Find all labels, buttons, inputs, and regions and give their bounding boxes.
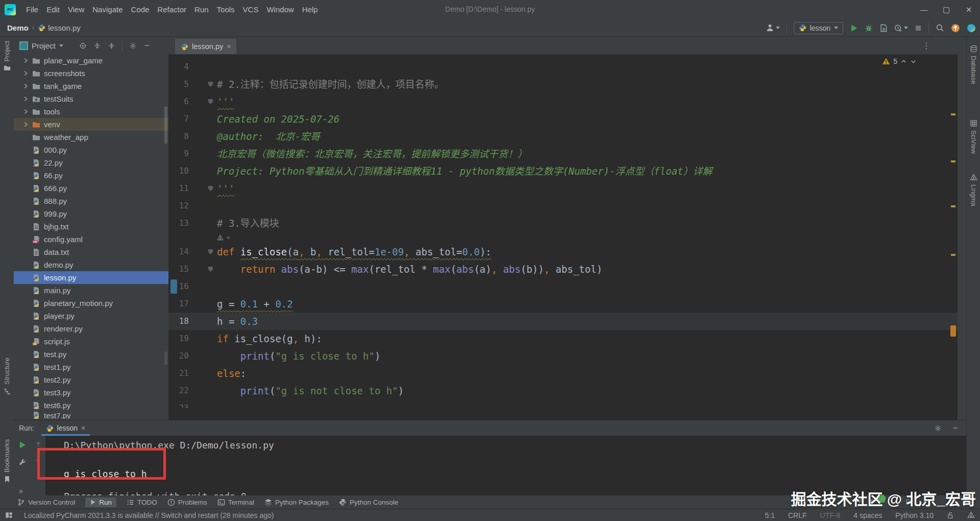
menu-item-run[interactable]: Run (190, 0, 213, 19)
gutter[interactable]: 13 (168, 215, 217, 232)
prev-problem-icon[interactable] (900, 58, 907, 65)
tree-item-666-py[interactable]: 666.py (14, 182, 168, 195)
status-widget-utf-8[interactable]: UTF-8 (820, 511, 841, 519)
run-tab-lesson[interactable]: lesson × (41, 420, 90, 436)
tree-item-tank-game[interactable]: tank_game (14, 80, 168, 92)
toolwindow-button-problems[interactable]: Problems (167, 499, 207, 506)
gutter[interactable]: 7 (168, 110, 217, 128)
tree-item-bjhg-txt[interactable]: bjhg.txt (14, 220, 168, 233)
run-button[interactable] (850, 24, 858, 32)
lingma-assistant-icon[interactable] (967, 23, 976, 33)
chevron-right-icon[interactable] (23, 96, 29, 102)
gutter[interactable]: 16 (168, 278, 217, 295)
code-line-12[interactable]: 12 (168, 197, 958, 215)
ai-codelens-inlay[interactable] (168, 232, 958, 243)
code-line-20[interactable]: 20 print("g is close to h") (168, 347, 958, 365)
menu-item-view[interactable]: View (64, 0, 88, 19)
toolwindow-button-structure[interactable]: Structure (0, 358, 14, 395)
toolwindow-button-todo[interactable]: TODO (127, 499, 157, 506)
tree-item-test3-py[interactable]: test3.py (14, 386, 168, 399)
code-line-13[interactable]: 13# 3.导入模块 (168, 215, 958, 232)
project-panel-title[interactable]: Project (32, 41, 56, 50)
gutter[interactable]: 17 (168, 295, 217, 313)
tree-item-player-py[interactable]: player.py (14, 310, 168, 322)
stripe-warning-mark[interactable] (951, 113, 955, 115)
code-line-14[interactable]: 14def is_close(a, b, rel_tol=1e-09, abs_… (168, 243, 958, 260)
locate-file-button[interactable] (79, 42, 87, 50)
run-settings-icon[interactable] (934, 424, 942, 432)
lingma-status-icon[interactable] (967, 511, 975, 519)
code-line-9[interactable]: 9北京宏哥（微信搜索：北京宏哥，关注宏哥，提前解锁更多测试干货！） (168, 145, 958, 162)
toolwindow-button-project[interactable]: Project (0, 41, 14, 72)
tree-item-test2-py[interactable]: test2.py (14, 373, 168, 386)
gutter[interactable]: 6 (168, 93, 217, 110)
tree-item-test-py[interactable]: test.py (14, 348, 168, 361)
minimize-button[interactable]: — (913, 0, 935, 19)
fold-marker-icon[interactable] (208, 249, 213, 254)
code-line-21[interactable]: 21else: (168, 365, 958, 382)
tree-item-screenshots[interactable]: screenshots (14, 67, 168, 80)
breadcrumb-project[interactable]: Demo (7, 23, 29, 32)
menu-item-code[interactable]: Code (127, 0, 153, 19)
fold-marker-icon[interactable] (208, 82, 213, 87)
code-line-18[interactable]: 18h = 0.3 (168, 313, 958, 330)
code-line-4[interactable]: 4 (168, 58, 958, 76)
toolwindow-button-database[interactable]: Database (967, 45, 980, 84)
code-line-6[interactable]: 6''' (168, 93, 958, 110)
gutter[interactable]: 4 (168, 58, 217, 76)
status-widget-5-1[interactable]: 5:1 (765, 511, 775, 519)
status-widget-4-spaces[interactable]: 4 spaces (853, 511, 882, 519)
menu-item-tools[interactable]: Tools (213, 0, 239, 19)
tab-lesson-py[interactable]: lesson.py × (175, 39, 236, 54)
toolwindow-button-python-packages[interactable]: Python Packages (264, 499, 329, 506)
lock-open-icon[interactable] (947, 512, 954, 519)
tree-item-test1-py[interactable]: test1.py (14, 361, 168, 373)
toolwindow-button-terminal[interactable]: Terminal (217, 499, 254, 506)
run-configuration-select[interactable]: lesson (794, 22, 843, 34)
gutter[interactable]: 10 (168, 162, 217, 180)
toolwindow-button-bookmarks[interactable]: Bookmarks (0, 439, 14, 483)
close-button[interactable]: × (958, 0, 980, 19)
code-line-19[interactable]: 19if is_close(g, h): (168, 330, 958, 347)
tree-item-test6-py[interactable]: test6.py (14, 399, 168, 412)
collapse-all-button[interactable] (108, 42, 115, 50)
tree-item-renderer-py[interactable]: renderer.py (14, 322, 168, 335)
tree-item-demo-py[interactable]: demo.py (14, 258, 168, 271)
menu-item-navigate[interactable]: Navigate (88, 0, 127, 19)
toolwindow-button-sciview[interactable]: SciView (967, 120, 980, 154)
menu-item-window[interactable]: Window (262, 0, 298, 19)
hide-panel-button[interactable] (143, 42, 151, 49)
code-line-8[interactable]: 8@author: 北京-宏哥 (168, 128, 958, 145)
project-view-dropdown[interactable] (59, 44, 63, 47)
rerun-button[interactable] (18, 441, 27, 449)
hide-run-panel-icon[interactable] (952, 424, 959, 432)
code-line-5[interactable]: 5# 2.注释：包括记录创建时间，创建人，项目名称。 (168, 76, 958, 93)
code-line-15[interactable]: 15 return abs(a-b) <= max(rel_tol * max(… (168, 260, 958, 278)
menu-item-edit[interactable]: Edit (42, 0, 64, 19)
project-settings-button[interactable] (129, 42, 137, 50)
toolwindow-button-lingma[interactable]: Lingma (967, 174, 980, 206)
tree-item-22-py[interactable]: 22.py (14, 156, 168, 169)
stripe-scroll-marker[interactable] (950, 325, 956, 337)
chevron-right-icon[interactable] (23, 70, 29, 76)
debug-button[interactable] (865, 24, 873, 32)
gutter[interactable]: 20 (168, 347, 217, 365)
tree-item-999-py[interactable]: 999.py (14, 207, 168, 220)
chevron-down-icon[interactable] (226, 235, 231, 240)
status-widget-python-3.10[interactable]: Python 3.10 (895, 511, 934, 519)
code-line-17[interactable]: 17g = 0.1 + 0.2 (168, 295, 958, 313)
chevron-right-icon[interactable] (23, 122, 29, 127)
gutter[interactable]: 22 (168, 382, 217, 399)
run-with-coverage-button[interactable] (879, 24, 888, 32)
tree-item-testsuits[interactable]: testSuits (14, 92, 168, 105)
tree-item-66-py[interactable]: 66.py (14, 169, 168, 182)
code-line-16[interactable]: 16 (168, 278, 958, 295)
fold-marker-icon[interactable] (208, 99, 213, 104)
code-line-10[interactable]: 10Project: Python零基础从入门到精通详细教程11 - pytho… (168, 162, 958, 180)
update-available-icon[interactable] (951, 23, 960, 33)
menu-item-help[interactable]: Help (298, 0, 322, 19)
tree-item-main-py[interactable]: main.py (14, 284, 168, 297)
next-problem-icon[interactable] (910, 58, 917, 65)
fold-marker-icon[interactable] (208, 186, 213, 191)
inspections-widget[interactable]: 5 (882, 57, 917, 65)
